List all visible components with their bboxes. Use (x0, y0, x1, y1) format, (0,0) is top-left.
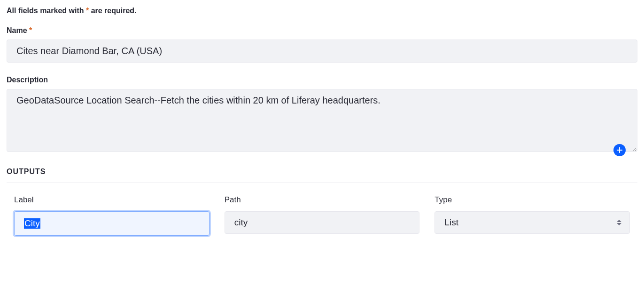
label-input[interactable]: City (14, 211, 209, 236)
outputs-section: OUTPUTS Label City Path Type List (7, 167, 637, 236)
description-form-group: Description GeoDataSource Location Searc… (7, 76, 637, 153)
outputs-row: Label City Path Type List (7, 195, 637, 236)
path-column-header: Path (225, 195, 420, 205)
name-label-text: Name (7, 26, 27, 34)
name-required-star: * (29, 26, 32, 34)
name-input[interactable] (7, 40, 637, 63)
label-input-value: City (24, 218, 40, 229)
required-star-icon: * (86, 7, 89, 15)
required-note-suffix: are required. (91, 7, 137, 15)
outputs-col-path: Path (225, 195, 420, 236)
description-textarea[interactable]: GeoDataSource Location Search--Fetch the… (7, 89, 637, 152)
add-output-button[interactable] (613, 144, 626, 156)
label-column-header: Label (14, 195, 209, 205)
description-label: Description (7, 76, 637, 84)
required-note-prefix: All fields marked with (7, 7, 84, 15)
path-input[interactable] (225, 211, 420, 234)
name-form-group: Name * (7, 26, 637, 63)
outputs-col-type: Type List (435, 195, 630, 236)
outputs-title: OUTPUTS (7, 167, 637, 183)
type-column-header: Type (435, 195, 630, 205)
name-label: Name * (7, 26, 637, 35)
plus-icon (616, 147, 623, 153)
type-select[interactable]: List (435, 211, 630, 234)
outputs-col-label: Label City (14, 195, 209, 236)
required-fields-note: All fields marked with * are required. (7, 7, 637, 15)
